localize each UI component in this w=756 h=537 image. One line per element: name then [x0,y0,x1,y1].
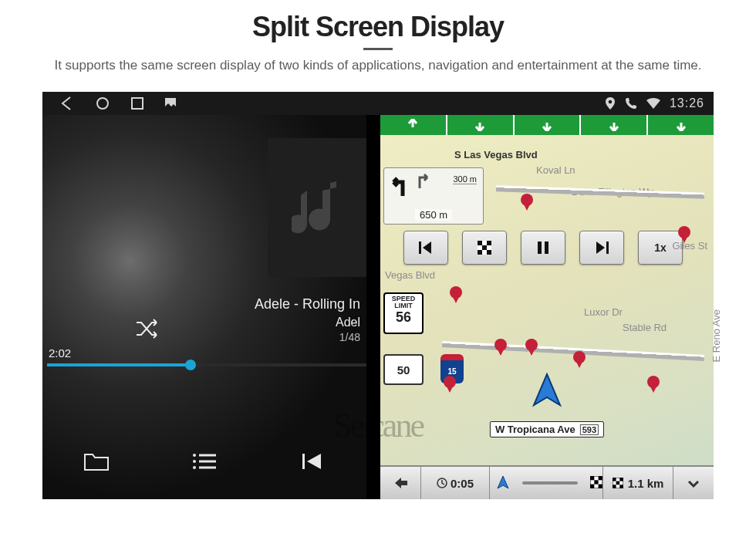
svg-rect-9 [199,467,216,469]
track-info: Adele - Rolling In Adel 1/48 [255,295,360,345]
device-screen: 13:26 Adele - Rolling In Adel 1/48 2:02 [42,92,714,499]
poi-pin[interactable] [445,383,454,393]
turn-left-icon [387,171,413,201]
dest-street-name: W Tropicana Ave [495,424,575,435]
skip-next-button[interactable] [579,231,624,265]
system-nav-buttons [42,96,177,111]
road-label-vegas: Vegas Blvd [383,269,437,281]
lane-arrow [447,115,513,135]
road-label-giles: Giles St [670,240,709,252]
nav-menu-button[interactable] [380,467,421,499]
svg-rect-1 [132,98,143,109]
lane-arrow [648,115,714,135]
poi-pin[interactable] [527,346,536,356]
lane-arrow [581,115,646,135]
status-indicators: 13:26 [605,96,714,110]
poi-pin[interactable] [451,294,461,303]
svg-rect-14 [487,241,491,245]
svg-rect-5 [199,454,216,457]
track-title: Adele - Rolling In [255,295,360,313]
poi-pin[interactable] [522,201,532,211]
home-icon[interactable] [95,96,110,111]
dest-flag-icon [590,476,602,491]
poi-pin[interactable] [680,234,689,243]
svg-rect-20 [606,241,609,254]
route-progress [490,467,603,499]
page-title: Split Screen Display [19,11,737,43]
progress-fill [47,363,191,366]
remaining-distance: 1.1 km [603,467,673,499]
vehicle-cursor-icon [529,373,565,408]
svg-rect-31 [616,481,619,485]
svg-rect-19 [545,241,548,254]
svg-rect-27 [599,484,602,488]
eta-time: 0:05 [421,467,490,499]
poi-pin[interactable] [496,346,505,356]
svg-point-0 [97,98,108,109]
marketing-header: Split Screen Display It supports the sam… [0,0,756,76]
svg-rect-26 [590,484,594,488]
svg-rect-24 [599,476,602,480]
route-shield: 50 [383,354,424,385]
next-turn-distance: 300 m [453,174,477,184]
title-underline [363,48,393,50]
pause-button[interactable] [521,231,565,265]
svg-point-6 [193,460,196,463]
svg-rect-18 [538,241,542,254]
status-bar: 13:26 [42,92,714,115]
page-subtitle: It supports the same screen display of t… [19,58,737,73]
picture-icon[interactable] [164,97,177,110]
svg-rect-15 [482,245,487,250]
playlist-button[interactable] [150,424,258,499]
location-icon [605,97,616,110]
lane-arrow [515,115,580,135]
progress-track[interactable] [47,363,366,366]
skip-prev-button[interactable] [403,231,448,265]
route-cursor-icon [496,475,510,491]
shuffle-icon[interactable] [135,319,161,339]
music-bottom-bar [42,424,366,499]
svg-rect-32 [613,485,616,488]
speed-value: 56 [385,310,422,325]
previous-button[interactable] [258,424,366,499]
svg-rect-29 [613,478,616,481]
current-street-label: S Las Vegas Blvd [454,149,538,160]
svg-rect-11 [419,241,421,254]
back-icon[interactable] [59,96,75,111]
clock: 13:26 [670,96,704,110]
album-art-placeholder [268,138,370,277]
track-artist: Adel [255,314,360,331]
road-label-reno: E Reno Ave [710,308,722,363]
destination-street-chip: W Tropicana Ave 593 [490,421,604,437]
track-index: 1/48 [255,330,360,345]
svg-rect-25 [594,480,598,484]
svg-rect-10 [302,454,305,469]
poi-pin[interactable] [649,383,658,393]
lane-arrow [380,115,446,135]
finish-flag-button[interactable] [462,231,507,265]
poi-pin[interactable] [575,359,584,368]
lane-guidance-bar [380,115,714,135]
wifi-icon [646,98,660,109]
svg-rect-30 [619,478,623,481]
road-label-luxor: Luxor Dr [582,306,624,318]
svg-point-3 [609,100,613,104]
elapsed-time: 2:02 [49,346,366,360]
svg-rect-23 [590,476,594,480]
nav-options-button[interactable] [673,467,714,499]
svg-rect-17 [487,250,491,255]
phone-icon [625,97,637,110]
progress-thumb[interactable] [185,360,196,370]
current-turn-distance: 650 m [415,209,452,221]
music-pane: Adele - Rolling In Adel 1/48 2:02 [42,115,366,499]
sim-controls: 1x [403,231,683,265]
open-folder-button[interactable] [42,424,150,499]
svg-point-8 [193,466,196,469]
turn-right-icon [415,171,432,191]
recents-icon[interactable] [130,96,144,110]
navigation-pane[interactable]: S Las Vegas Blvd 300 m 650 m 1x SPEED LI… [366,115,714,499]
turn-instruction-card: 300 m 650 m [383,167,484,225]
svg-rect-33 [619,485,623,488]
nav-bottom-bar: 0:05 1.1 km [380,465,714,499]
svg-rect-13 [478,241,482,245]
